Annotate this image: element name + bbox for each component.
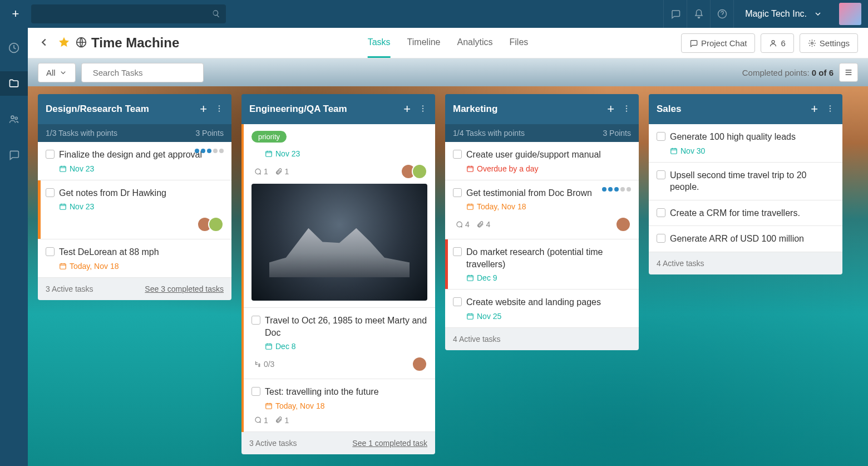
task-checkbox[interactable] — [453, 297, 462, 306]
help-icon[interactable] — [710, 0, 733, 28]
task-assignees — [401, 164, 427, 179]
chevron-down-icon — [813, 9, 822, 18]
task-date: Today, Nov 18 — [265, 401, 427, 410]
attachments-count: 4 — [476, 220, 491, 229]
task-checkbox[interactable] — [657, 208, 665, 217]
task-checkbox[interactable] — [453, 247, 462, 256]
active-tasks-count: 3 Active tasks — [46, 284, 93, 293]
tab-timeline[interactable]: Timeline — [407, 28, 441, 58]
members-button[interactable]: 6 — [761, 33, 793, 53]
column-add-button[interactable]: + — [607, 102, 614, 116]
task-card[interactable]: priorityNov 23 1 1 — [244, 124, 435, 308]
filter-dropdown[interactable]: All — [38, 63, 76, 82]
column-title: Sales — [657, 104, 811, 115]
task-checkbox[interactable] — [453, 150, 462, 159]
search-icon — [212, 9, 220, 19]
task-card[interactable]: Create website and landing pagesNov 25 — [445, 290, 639, 328]
settings-button[interactable]: Settings — [800, 33, 858, 53]
completed-points: Completed points: 0 of 6 — [742, 68, 834, 77]
task-title: Generate 100 high quality leads — [670, 131, 796, 143]
column-menu-button[interactable] — [826, 104, 835, 114]
task-checkbox[interactable] — [657, 170, 665, 179]
attachment-icon — [275, 416, 283, 424]
task-checkbox[interactable] — [453, 188, 462, 197]
task-date: Today, Nov 18 — [466, 202, 631, 211]
org-switcher[interactable]: Magic Tech Inc. — [733, 0, 834, 28]
priority-bar — [445, 239, 448, 289]
calendar-icon — [59, 262, 67, 270]
task-card[interactable]: Test: travelling into the futureToday, N… — [244, 379, 435, 432]
column-menu-button[interactable] — [418, 104, 427, 114]
active-tasks-count: 4 Active tasks — [453, 335, 501, 344]
calendar-icon — [265, 402, 273, 410]
attachments-count: 1 — [275, 167, 289, 176]
completed-tasks-link[interactable]: See 3 completed tasks — [145, 284, 224, 293]
column-title: Design/Research Team — [46, 104, 200, 115]
tab-files[interactable]: Files — [510, 28, 529, 58]
task-title: Travel to Oct 26, 1985 to meet Marty and… — [265, 315, 427, 339]
task-card[interactable]: Get notes from Dr HawkingNov 23 — [38, 180, 231, 240]
column-header: Sales + — [649, 94, 842, 124]
task-checkbox[interactable] — [251, 387, 260, 396]
rail-people-icon[interactable] — [0, 107, 28, 131]
filter-bar: All Completed points: 0 of 6 — [28, 58, 868, 86]
task-card[interactable]: Upsell second time travel trip to 20 peo… — [649, 163, 842, 200]
task-title: Create user guide/support manual — [466, 149, 601, 161]
rail-chat-icon[interactable] — [0, 143, 28, 167]
tab-tasks[interactable]: Tasks — [368, 28, 391, 58]
column-add-button[interactable]: + — [403, 102, 411, 116]
column-add-button[interactable]: + — [200, 102, 207, 116]
task-card[interactable]: Create user guide/support manualOverdue … — [445, 142, 639, 180]
column-menu-button[interactable] — [622, 104, 631, 114]
task-card[interactable]: Finalize the design and get approvalNov … — [38, 142, 231, 180]
view-toggle-button[interactable] — [839, 63, 858, 82]
column-header: Marketing + — [445, 94, 639, 124]
attachments-count: 1 — [275, 416, 289, 425]
star-icon[interactable] — [58, 36, 70, 50]
column-title: Engineering/QA Team — [249, 104, 403, 115]
task-card[interactable]: Test DeLorean at 88 mphToday, Nov 18 — [38, 239, 231, 278]
priority-dots — [195, 149, 224, 153]
tab-analytics[interactable]: Analytics — [457, 28, 492, 58]
task-meta — [48, 217, 224, 232]
task-card[interactable]: Travel to Oct 26, 1985 to meet Marty and… — [244, 308, 435, 379]
global-search-input[interactable] — [37, 9, 212, 18]
task-checkbox[interactable] — [657, 132, 665, 141]
chat-icon[interactable] — [663, 0, 687, 28]
task-checkbox[interactable] — [46, 247, 55, 256]
task-checkbox[interactable] — [251, 316, 260, 325]
project-title: Time Machine — [91, 35, 179, 51]
back-button[interactable] — [38, 36, 50, 50]
task-title: Get testimonial from Doc Brown — [466, 187, 592, 199]
task-title: Test: travelling into the future — [265, 386, 379, 398]
task-search[interactable] — [81, 63, 204, 82]
left-rail — [0, 28, 28, 466]
calendar-icon — [59, 165, 67, 173]
task-search-input[interactable] — [93, 68, 199, 77]
task-title: Generate ARR of USD 100 million — [670, 233, 804, 245]
user-avatar[interactable] — [839, 3, 861, 25]
gear-icon — [808, 39, 816, 47]
task-card[interactable]: Get testimonial from Doc BrownToday, Nov… — [445, 180, 639, 240]
rail-recent-icon[interactable] — [0, 36, 28, 60]
task-card[interactable]: Do market research (potential time trave… — [445, 239, 639, 290]
task-card[interactable]: Generate 100 high quality leadsNov 30 — [649, 124, 842, 163]
task-checkbox[interactable] — [657, 234, 665, 243]
global-add-button[interactable]: + — [7, 5, 24, 23]
column-add-button[interactable]: + — [811, 102, 818, 116]
notifications-icon[interactable] — [687, 0, 710, 28]
column-menu-button[interactable] — [215, 104, 224, 114]
global-search[interactable] — [31, 4, 226, 23]
column-header: Design/Research Team + — [38, 94, 231, 124]
task-card[interactable]: Create a CRM for time travellers. — [649, 200, 842, 227]
comments-count: 1 — [254, 167, 268, 176]
task-date: Nov 23 — [265, 149, 427, 158]
task-checkbox[interactable] — [46, 188, 55, 197]
task-checkbox[interactable] — [46, 150, 55, 159]
completed-tasks-link[interactable]: See 1 completed task — [352, 439, 427, 448]
calendar-icon — [466, 274, 474, 282]
rail-projects-icon[interactable] — [0, 71, 28, 96]
task-card[interactable]: Generate ARR of USD 100 million — [649, 226, 842, 252]
task-meta: 1 1 — [254, 164, 427, 179]
project-chat-button[interactable]: Project Chat — [681, 33, 756, 53]
